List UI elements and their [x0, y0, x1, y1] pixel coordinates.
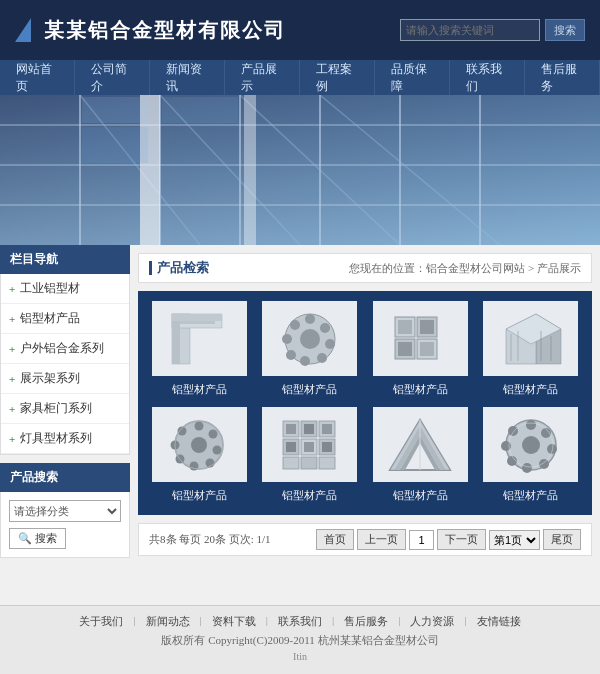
product-item-5[interactable]: 铝型材产品	[148, 407, 251, 505]
svg-point-53	[195, 421, 204, 430]
product-shape-5	[164, 415, 234, 475]
product-label-3: 铝型材产品	[393, 380, 448, 399]
product-item-3[interactable]: 铝型材产品	[369, 301, 472, 399]
header-search-area: 搜索	[400, 19, 585, 41]
sidebar-item-display[interactable]: + 展示架系列	[1, 364, 129, 394]
product-image-6	[262, 407, 357, 482]
title-bar-line	[149, 261, 152, 275]
sidebar-nav-title: 栏目导航	[0, 245, 130, 274]
svg-point-34	[282, 334, 292, 344]
page-buttons: 首页 上一页 下一页 第1页 尾页	[316, 529, 581, 550]
product-item-1[interactable]: 铝型材产品	[148, 301, 251, 399]
svg-point-27	[300, 329, 320, 349]
breadcrumb-bar: 产品检索 您现在的位置：铝合金型材公司网站 > 产品展示	[138, 253, 592, 283]
footer-link-news[interactable]: 新闻动态	[146, 614, 190, 629]
product-shape-8	[496, 415, 566, 475]
nav-item-news[interactable]: 新闻资讯	[150, 60, 225, 95]
pagination-bar: 共8条 每页 20条 页次: 1/1 首页 上一页 下一页 第1页 尾页	[138, 523, 592, 556]
svg-rect-43	[420, 342, 434, 356]
category-select[interactable]: 请选择分类	[9, 500, 121, 522]
svg-point-30	[325, 339, 335, 349]
nav-item-about[interactable]: 公司简介	[75, 60, 150, 95]
nav-item-home[interactable]: 网站首页	[0, 60, 75, 95]
svg-rect-74	[286, 442, 296, 452]
product-shape-7	[385, 415, 455, 475]
product-shape-3	[385, 309, 455, 369]
main-content: 栏目导航 + 工业铝型材 + 铝型材产品 + 户外铝合金系列 + 展示架系列 +…	[0, 245, 600, 605]
plus-icon: +	[9, 433, 15, 445]
svg-point-28	[305, 314, 315, 324]
svg-rect-68	[283, 457, 299, 469]
page-info: 共8条 每页 20条 页次: 1/1	[149, 532, 271, 547]
product-item-8[interactable]: 铝型材产品	[480, 407, 583, 505]
page-title: 产品检索	[149, 259, 209, 277]
footer-link-contact[interactable]: 联系我们	[278, 614, 322, 629]
footer-link-hr[interactable]: 人力资源	[410, 614, 454, 629]
svg-point-84	[526, 420, 536, 430]
main-nav: 网站首页 公司简介 新闻资讯 产品展示 工程案例 品质保障 联系我们 售后服务	[0, 60, 600, 95]
product-image-2	[262, 301, 357, 376]
product-label-2: 铝型材产品	[282, 380, 337, 399]
svg-point-35	[290, 320, 300, 330]
svg-point-31	[317, 353, 327, 363]
sidebar-search-button[interactable]: 🔍 搜索	[9, 528, 66, 549]
product-image-4	[483, 301, 578, 376]
product-shape-4	[496, 309, 566, 369]
svg-rect-24	[172, 314, 222, 321]
svg-point-54	[209, 429, 218, 438]
nav-item-quality[interactable]: 品质保障	[375, 60, 450, 95]
footer-copyright: 版权所有 Copyright(C)2009-2011 杭州某某铝合金型材公司	[8, 633, 592, 648]
sidebar-item-label: 展示架系列	[20, 370, 80, 387]
sidebar-item-label: 工业铝型材	[20, 280, 80, 297]
sidebar-item-lighting[interactable]: + 灯具型材系列	[1, 424, 129, 454]
nav-item-products[interactable]: 产品展示	[225, 60, 300, 95]
svg-rect-23	[172, 314, 180, 364]
next-page-button[interactable]: 下一页	[437, 529, 486, 550]
footer-link-partner[interactable]: 友情链接	[477, 614, 521, 629]
svg-point-89	[507, 456, 517, 466]
sidebar-item-furniture[interactable]: + 家具柜门系列	[1, 394, 129, 424]
banner	[0, 95, 600, 245]
product-image-7	[373, 407, 468, 482]
footer-link-service[interactable]: 售后服务	[344, 614, 388, 629]
footer-link-download[interactable]: 资料下载	[212, 614, 256, 629]
product-item-2[interactable]: 铝型材产品	[259, 301, 362, 399]
product-item-4[interactable]: 铝型材产品	[480, 301, 583, 399]
nav-item-service[interactable]: 售后服务	[525, 60, 600, 95]
right-content: 产品检索 您现在的位置：铝合金型材公司网站 > 产品展示	[130, 245, 600, 605]
svg-rect-71	[286, 424, 296, 434]
svg-point-55	[213, 445, 222, 454]
product-item-6[interactable]: 铝型材产品	[259, 407, 362, 505]
sidebar-item-outdoor[interactable]: + 户外铝合金系列	[1, 334, 129, 364]
product-shape-2	[275, 309, 345, 369]
sidebar-item-label: 灯具型材系列	[20, 430, 92, 447]
sidebar-item-industrial[interactable]: + 工业铝型材	[1, 274, 129, 304]
page-input[interactable]	[409, 530, 434, 550]
svg-rect-25	[180, 321, 215, 324]
nav-item-projects[interactable]: 工程案例	[300, 60, 375, 95]
sidebar-item-label: 铝型材产品	[20, 310, 80, 327]
page-select[interactable]: 第1页	[489, 530, 540, 550]
sidebar-item-aluminum[interactable]: + 铝型材产品	[1, 304, 129, 334]
product-shape-6	[275, 415, 345, 475]
product-item-7[interactable]: 铝型材产品	[369, 407, 472, 505]
first-page-button[interactable]: 首页	[316, 529, 354, 550]
product-label-5: 铝型材产品	[172, 486, 227, 505]
svg-rect-75	[304, 442, 314, 452]
sidebar: 栏目导航 + 工业铝型材 + 铝型材产品 + 户外铝合金系列 + 展示架系列 +…	[0, 245, 130, 605]
footer-link-about[interactable]: 关于我们	[79, 614, 123, 629]
product-image-3	[373, 301, 468, 376]
product-shape-1	[164, 309, 234, 369]
svg-rect-41	[420, 320, 434, 334]
prev-page-button[interactable]: 上一页	[357, 529, 406, 550]
search-btn-label: 搜索	[35, 531, 57, 546]
sidebar-item-label: 户外铝合金系列	[20, 340, 104, 357]
sidebar-item-label: 家具柜门系列	[20, 400, 92, 417]
svg-rect-72	[304, 424, 314, 434]
logo-area: 某某铝合金型材有限公司	[15, 17, 286, 44]
header-search-input[interactable]	[400, 19, 540, 41]
last-page-button[interactable]: 尾页	[543, 529, 581, 550]
nav-item-contact[interactable]: 联系我们	[450, 60, 525, 95]
header-search-button[interactable]: 搜索	[545, 19, 585, 41]
product-label-7: 铝型材产品	[393, 486, 448, 505]
